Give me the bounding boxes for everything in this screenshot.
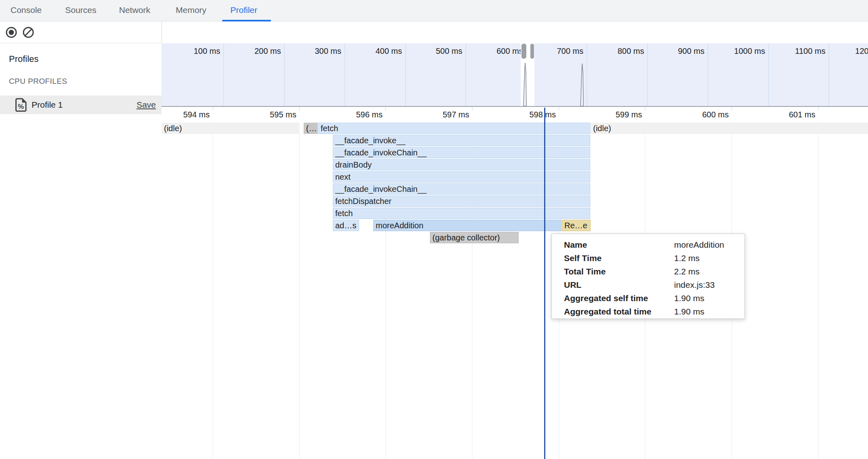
- flame-block-idle[interactable]: (idle): [591, 123, 868, 134]
- ruler-tick: [213, 107, 213, 110]
- tooltip-value: 1.90 ms: [674, 293, 704, 303]
- tooltip-label: Self Time: [564, 251, 674, 265]
- tooltip-label: Aggregated self time: [564, 291, 674, 305]
- toolbar-left-section: [0, 21, 162, 43]
- tab-network[interactable]: Network: [119, 0, 150, 21]
- gridline: [213, 122, 213, 459]
- tooltip-value: moreAddition: [674, 240, 724, 249]
- flame-block-truncated[interactable]: (…: [304, 123, 318, 134]
- gridline: [299, 122, 300, 459]
- flame-block-facade-invokechain[interactable]: __facade_invokeChain__: [333, 183, 590, 195]
- sidebar-heading: Profiles: [9, 54, 38, 64]
- tooltip-label: Name: [564, 238, 674, 251]
- profile-name: Profile 1: [32, 96, 63, 114]
- profile-list-item[interactable]: % Profile 1 Save: [0, 96, 162, 114]
- flame-block-fetch[interactable]: fetch: [318, 123, 590, 134]
- svg-text:%: %: [18, 103, 24, 110]
- tooltip-row: Total Time2.2 ms: [564, 265, 745, 278]
- flame-block-fetchdispatcher[interactable]: fetchDispatcher: [333, 196, 590, 207]
- timeline-playhead[interactable]: [544, 108, 545, 459]
- ruler-tick: [818, 107, 819, 110]
- tab-memory[interactable]: Memory: [176, 0, 206, 21]
- ruler-tick-label: 594 ms: [165, 109, 210, 120]
- flame-block-addnumbers[interactable]: ad…s: [333, 220, 359, 231]
- flame-block-next[interactable]: next: [333, 171, 590, 183]
- tooltip-label: URL: [564, 278, 674, 291]
- tooltip-value: 1.90 ms: [674, 307, 704, 316]
- ruler-tick-label: 596 ms: [338, 109, 383, 120]
- ruler-tick-label: 601 ms: [771, 109, 815, 120]
- cpu-activity-spike: [581, 64, 583, 106]
- tooltip-value: 1.2 ms: [674, 253, 700, 263]
- tooltip-row: Self Time1.2 ms: [564, 251, 745, 265]
- flame-block-garbage-collector[interactable]: (garbage collector): [430, 232, 519, 243]
- ruler-tick: [732, 107, 732, 110]
- cpu-profiles-section-label: CPU PROFILES: [9, 77, 67, 86]
- cpu-activity-spike: [523, 63, 526, 106]
- flame-chart[interactable]: (idle) (… fetch (idle) __facade_invoke__…: [162, 122, 868, 459]
- profile-document-icon: %: [15, 98, 27, 113]
- flame-block-facade-invoke[interactable]: __facade_invoke__: [333, 135, 590, 146]
- ruler-tick: [472, 107, 472, 110]
- save-profile-link[interactable]: Save: [136, 96, 156, 114]
- devtools-tabbar: Console Sources Network Memory Profiler: [0, 0, 868, 21]
- ruler-tick-label: 595 ms: [252, 109, 296, 120]
- ruler-tick-label: 599 ms: [598, 109, 642, 120]
- flame-block-moreaddition-selected[interactable]: moreAddition: [373, 220, 562, 231]
- tooltip-row: Aggregated total time1.90 ms: [564, 305, 745, 318]
- ruler-tick: [299, 107, 300, 110]
- gridline: [818, 122, 819, 459]
- tooltip-value: index.js:33: [674, 280, 715, 289]
- timeline-overview[interactable]: 100 ms 200 ms 300 ms 400 ms 500 ms 600 m…: [162, 43, 868, 107]
- tab-profiler[interactable]: Profiler: [230, 0, 257, 21]
- flame-block-facade-invokechain[interactable]: __facade_invokeChain__: [333, 147, 590, 158]
- tooltip-row: Aggregated self time1.90 ms: [564, 291, 745, 305]
- flame-block-fetch[interactable]: fetch: [333, 208, 590, 219]
- tab-sources[interactable]: Sources: [65, 0, 96, 21]
- tooltip-row: NamemoreAddition: [564, 238, 745, 251]
- tooltip-row: URLindex.js:33: [564, 278, 745, 291]
- ruler-tick: [559, 107, 559, 110]
- clear-profiles-button[interactable]: [22, 26, 34, 38]
- detail-time-ruler: 594 ms 595 ms 596 ms 597 ms 598 ms 599 m…: [162, 107, 868, 122]
- flame-block-drainbody[interactable]: drainBody: [333, 159, 590, 170]
- ruler-tick-label: 597 ms: [425, 109, 469, 120]
- ruler-tick: [645, 107, 645, 110]
- record-profile-button[interactable]: [5, 26, 17, 38]
- flame-block-idle[interactable]: (idle): [162, 123, 299, 134]
- profiles-sidebar: Profiles CPU PROFILES % Profile 1 Save: [0, 43, 162, 459]
- clear-icon: [22, 26, 34, 38]
- ruler-tick-label: 600 ms: [684, 109, 729, 120]
- record-icon: [5, 26, 17, 38]
- devtools-profiler-panel: Console Sources Network Memory Profiler: [0, 0, 868, 459]
- tab-console[interactable]: Console: [11, 0, 42, 21]
- block-details-tooltip: NamemoreAddition Self Time1.2 ms Total T…: [551, 234, 745, 319]
- ruler-tick: [385, 107, 386, 110]
- profiler-toolbar: Chart: [0, 21, 868, 43]
- tooltip-value: 2.2 ms: [674, 267, 700, 276]
- flame-block-response[interactable]: Re…e: [562, 220, 591, 231]
- tooltip-label: Aggregated total time: [564, 305, 674, 318]
- cpu-activity-graph: [162, 43, 868, 107]
- tooltip-label: Total Time: [564, 265, 674, 278]
- ruler-tick-label: 598 ms: [511, 109, 556, 120]
